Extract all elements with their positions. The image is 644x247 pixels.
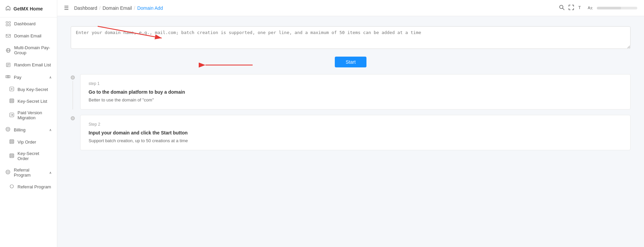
sidebar-item-key-secret-list[interactable]: Key-Secret List xyxy=(0,95,57,107)
referral-icon xyxy=(5,169,10,176)
referral-chevron-icon: ∧ xyxy=(49,171,52,175)
domain-input-section xyxy=(71,26,631,50)
sidebar-item-buy-key-secret-label: Buy Key-Secret xyxy=(18,87,48,92)
sidebar-item-domain-email-label: Domain Email xyxy=(14,33,41,38)
svg-rect-2 xyxy=(6,24,8,26)
step-2-dot xyxy=(71,116,75,120)
sidebar-item-multi-domain-label: Multi-Domain Pay-Group xyxy=(14,45,52,55)
language-icon[interactable]: A文 xyxy=(587,5,593,11)
svg-rect-29 xyxy=(12,140,13,141)
svg-rect-28 xyxy=(10,142,11,143)
sidebar-item-dashboard[interactable]: Dashboard xyxy=(0,18,57,30)
step-2-label: Step 2 xyxy=(89,122,622,127)
step-1-dot-col xyxy=(71,74,75,110)
header-progress-bar-container xyxy=(597,7,637,9)
pay-icon xyxy=(5,74,10,80)
svg-point-38 xyxy=(10,185,13,188)
breadcrumb: Dashboard / Domain Email / Domain Add xyxy=(74,5,163,11)
sidebar-item-vip-order-label: Vip Order xyxy=(18,140,36,145)
sidebar-item-random-email-label: Random Email List xyxy=(14,62,51,67)
svg-rect-35 xyxy=(12,156,13,157)
domain-email-icon xyxy=(5,33,11,38)
svg-rect-3 xyxy=(9,24,10,26)
start-button-row: Start xyxy=(71,57,631,67)
step-2-card: Step 2 Input your domain and click the S… xyxy=(80,115,631,150)
fullscreen-icon[interactable] xyxy=(569,5,574,11)
sidebar-item-key-secret-list-label: Key-Secret List xyxy=(18,99,47,104)
breadcrumb-sep-2: / xyxy=(134,5,135,11)
sidebar-item-domain-email[interactable]: Domain Email xyxy=(0,30,57,42)
sidebar: GetMX Home Dashboard Domain Email Multi-… xyxy=(0,0,57,247)
svg-point-37 xyxy=(7,171,9,173)
step-1-dot xyxy=(71,75,75,80)
step-2-item: Step 2 Input your domain and click the S… xyxy=(71,115,631,150)
breadcrumb-dashboard[interactable]: Dashboard xyxy=(74,5,97,11)
step-2-desc: Support batch creation, up to 50 creatio… xyxy=(89,138,622,143)
breadcrumb-sep-1: / xyxy=(99,5,101,11)
svg-rect-22 xyxy=(12,101,13,102)
sidebar-brand[interactable]: GetMX Home xyxy=(0,0,57,18)
billing-chevron-icon: ∧ xyxy=(49,128,52,132)
step-1-card: step 1 Go to the domain platform to buy … xyxy=(80,74,631,110)
svg-rect-1 xyxy=(9,22,10,23)
sidebar-section-billing[interactable]: Billing ∧ xyxy=(0,123,57,136)
sidebar-item-paid-version-migration[interactable]: Paid Version Migration xyxy=(0,107,57,123)
main-area: ☰ Dashboard / Domain Email / Domain Add … xyxy=(57,0,644,247)
svg-point-25 xyxy=(7,128,9,130)
step-1-label: step 1 xyxy=(89,81,622,86)
sidebar-item-referral-program-label: Referral Program xyxy=(18,184,51,189)
svg-rect-30 xyxy=(12,142,13,143)
step-2-title: Input your domain and click the Start bu… xyxy=(89,130,622,135)
svg-rect-21 xyxy=(12,99,13,100)
content-area: Start step 1 Go to the domain platform t… xyxy=(57,16,644,247)
step-1-desc: Better to use the domain of "com" xyxy=(89,97,622,102)
svg-rect-32 xyxy=(10,154,11,155)
billing-icon xyxy=(5,127,10,133)
search-icon[interactable] xyxy=(559,5,565,11)
sidebar-section-referral[interactable]: Referral Program ∧ xyxy=(0,164,57,181)
sidebar-item-referral-program[interactable]: Referral Program xyxy=(0,181,57,193)
key-secret-list-icon xyxy=(9,98,14,104)
sidebar-section-billing-label: Billing xyxy=(14,127,26,132)
buy-key-secret-icon xyxy=(9,87,14,92)
header-left: ☰ Dashboard / Domain Email / Domain Add xyxy=(64,5,163,11)
breadcrumb-current: Domain Add xyxy=(137,5,163,11)
sidebar-item-paid-version-migration-label: Paid Version Migration xyxy=(18,110,52,120)
svg-point-24 xyxy=(6,127,10,131)
steps-container: step 1 Go to the domain platform to buy … xyxy=(71,74,631,150)
vip-order-icon xyxy=(9,139,14,145)
svg-point-36 xyxy=(6,170,10,174)
sidebar-item-key-secret-order[interactable]: Key-Secret Order xyxy=(0,148,57,164)
menu-icon[interactable]: ☰ xyxy=(64,5,69,11)
paid-version-migration-icon xyxy=(9,113,14,118)
svg-rect-0 xyxy=(6,22,8,23)
key-secret-order-icon xyxy=(9,153,14,159)
referral-program-icon xyxy=(9,184,14,190)
sidebar-section-referral-label: Referral Program xyxy=(14,167,46,178)
sidebar-section-pay-label: Pay xyxy=(14,75,21,80)
sidebar-item-vip-order[interactable]: Vip Order xyxy=(0,136,57,148)
header-progress-bar xyxy=(597,7,621,9)
svg-rect-19 xyxy=(10,99,11,100)
sidebar-item-random-email[interactable]: Random Email List xyxy=(0,59,57,71)
sidebar-item-buy-key-secret[interactable]: Buy Key-Secret xyxy=(0,84,57,95)
svg-rect-20 xyxy=(10,101,11,102)
domain-name-input[interactable] xyxy=(71,26,631,49)
home-brand-icon xyxy=(5,5,11,12)
sidebar-item-multi-domain[interactable]: Multi-Domain Pay-Group xyxy=(0,42,57,59)
pay-chevron-icon: ∧ xyxy=(49,75,52,79)
svg-rect-27 xyxy=(10,140,11,141)
sidebar-section-pay[interactable]: Pay ∧ xyxy=(0,71,57,84)
breadcrumb-domain-email[interactable]: Domain Email xyxy=(102,5,132,11)
random-email-icon xyxy=(5,62,11,67)
step-2-dot-col xyxy=(71,115,75,150)
svg-line-40 xyxy=(563,8,565,10)
step-1-title: Go to the domain platform to buy a domai… xyxy=(89,89,622,95)
svg-rect-34 xyxy=(12,154,13,155)
start-button[interactable]: Start xyxy=(335,57,366,67)
step-1-item: step 1 Go to the domain platform to buy … xyxy=(71,74,631,110)
dashboard-icon xyxy=(5,21,11,26)
svg-rect-33 xyxy=(10,156,11,157)
font-size-icon[interactable]: T xyxy=(578,5,583,11)
header-right: T A文 xyxy=(559,5,637,11)
